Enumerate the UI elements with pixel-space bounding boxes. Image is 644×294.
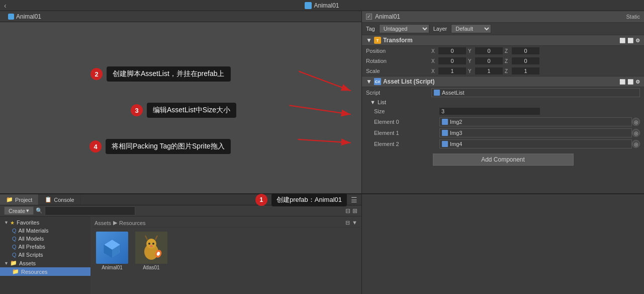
- scale-z-label: Z: [505, 68, 511, 74]
- position-z-input[interactable]: [512, 47, 539, 54]
- create-label: Create: [9, 208, 25, 214]
- position-x-group: X: [431, 47, 466, 54]
- svg-point-13: [152, 243, 154, 245]
- assets-label: Assets: [19, 260, 36, 266]
- position-y-input[interactable]: [475, 47, 503, 54]
- assetlist-expand-icon[interactable]: ▼: [366, 78, 372, 85]
- element1-value: Img3: [450, 130, 462, 136]
- svg-point-12: [148, 243, 150, 245]
- asset-nav-fwd[interactable]: ▼: [352, 219, 357, 226]
- favorites-folder[interactable]: ▼ ★ Favorites: [0, 218, 90, 227]
- create-button[interactable]: Create ▾: [4, 206, 34, 215]
- element0-icon: [442, 119, 448, 125]
- position-y-group: Y: [468, 47, 503, 54]
- assetlist-icon-btn3[interactable]: ⚙: [635, 79, 640, 85]
- sidebar-all-materials[interactable]: Q All Materials: [0, 227, 90, 235]
- add-component-button[interactable]: Add Component: [433, 154, 574, 166]
- element0-select-btn[interactable]: ◎: [632, 118, 640, 126]
- element2-row: Element 2 Img4 ◎: [362, 138, 644, 150]
- character-svg: [136, 233, 166, 263]
- annotation-number-4: 4: [89, 140, 102, 153]
- console-tab-icon: 📋: [45, 196, 52, 203]
- element2-value: Img4: [450, 141, 462, 147]
- breadcrumb-assets[interactable]: Assets: [95, 220, 111, 226]
- search-input[interactable]: [45, 206, 135, 215]
- rotation-x-input[interactable]: [438, 57, 466, 64]
- tab-project[interactable]: 📁 Project: [0, 194, 39, 205]
- rotation-row: Rotation X Y Z: [362, 56, 644, 66]
- transform-icon-btn2[interactable]: ⬜: [627, 38, 633, 43]
- size-input[interactable]: [439, 108, 540, 115]
- hierarchy-prefab-icon: [8, 14, 14, 20]
- svg-line-1: [299, 71, 350, 91]
- breadcrumb-resources[interactable]: Resources: [119, 220, 146, 226]
- all-prefabs-label: All Prefabs: [19, 244, 45, 250]
- asset-nav-icons: ⊟ ▼: [345, 219, 357, 226]
- transform-expand-icon[interactable]: ▼: [366, 37, 372, 44]
- position-x-input[interactable]: [438, 47, 466, 54]
- position-values: X Y Z: [431, 47, 640, 54]
- scale-z-input[interactable]: [512, 67, 539, 75]
- scale-x-input[interactable]: [438, 67, 466, 75]
- search-icon: 🔍: [36, 207, 43, 214]
- active-checkbox[interactable]: ✓: [366, 14, 372, 20]
- scene-view: 2 创建脚本AssetList，并挂在prefab上 3 编辑AssetList…: [0, 22, 361, 193]
- toolbar-icon2[interactable]: ⊞: [352, 207, 357, 214]
- asset-grid: Animal01: [93, 230, 359, 272]
- inspector-panel: ✓ Animal01 Static Tag Untagged Layer Def…: [362, 11, 644, 193]
- breadcrumb-sep: ▶: [113, 219, 117, 226]
- sidebar-all-prefabs[interactable]: Q All Prefabs: [0, 243, 90, 251]
- assetlist-actions: ⬜ ⬜ ⚙: [619, 79, 640, 85]
- asset-nav-back[interactable]: ⊟: [345, 219, 350, 226]
- script-field[interactable]: AssetList: [431, 88, 640, 97]
- asset-label-animal01: Animal01: [102, 265, 123, 270]
- sidebar-all-models[interactable]: Q All Models: [0, 235, 90, 243]
- favorites-label: Favorites: [17, 219, 39, 226]
- element1-icon: [442, 130, 448, 136]
- assetlist-icon-btn2[interactable]: ⬜: [627, 79, 633, 85]
- element2-field[interactable]: Img4: [439, 139, 632, 149]
- bottom-panels: 📁 Project 📋 Console 1 创建prefab：Animal01 …: [0, 193, 644, 294]
- svg-line-11: [155, 236, 157, 240]
- asset-item-atlas01[interactable]: Atlas01: [134, 232, 169, 270]
- prefab-icon: [305, 2, 312, 9]
- annotation-1-container: 1 创建prefab：Animal01 ☰: [255, 193, 361, 206]
- assets-folder[interactable]: ▼ 📁 Assets: [0, 259, 90, 267]
- project-content: ▼ ★ Favorites Q All Materials Q All Mode…: [0, 216, 361, 294]
- transform-icon-btn3[interactable]: ⚙: [635, 38, 640, 43]
- rotation-x-label: X: [431, 58, 437, 64]
- tag-label: Tag: [366, 26, 375, 32]
- sidebar-all-scripts[interactable]: Q All Scripts: [0, 251, 90, 259]
- element1-select-btn[interactable]: ◎: [632, 129, 640, 137]
- left-panel: Animal01 2 创建脚本AssetList，并挂在prefab上 3 编辑…: [0, 11, 362, 193]
- size-label: Size: [374, 108, 439, 114]
- tag-select[interactable]: Untagged: [379, 24, 429, 33]
- element1-field[interactable]: Img3: [439, 128, 632, 137]
- rotation-y-label: Y: [468, 58, 474, 64]
- project-toolbar: Create ▾ 🔍 ⊟ ⊞: [0, 205, 361, 216]
- scale-y-input[interactable]: [475, 67, 503, 75]
- svg-line-10: [145, 236, 147, 240]
- menu-icon[interactable]: ☰: [351, 196, 357, 204]
- layer-select[interactable]: Default: [451, 24, 491, 33]
- sidebar-resources[interactable]: 📁 Resources: [0, 267, 90, 276]
- top-bar: ‹ Animal01: [0, 0, 644, 11]
- project-sidebar: ▼ ★ Favorites Q All Materials Q All Mode…: [0, 216, 90, 294]
- element0-field[interactable]: Img2: [439, 117, 632, 126]
- annotation-text-4: 将相同Packing Tag的图片Sprite拖入: [106, 139, 231, 154]
- transform-icon: T: [374, 37, 381, 44]
- tab-console[interactable]: 📋 Console: [39, 194, 80, 205]
- hierarchy-item-label: Animal01: [16, 13, 41, 20]
- script-value: AssetList: [442, 90, 465, 96]
- toolbar-icon1[interactable]: ⊟: [345, 207, 350, 214]
- rotation-z-input[interactable]: [512, 57, 539, 64]
- rotation-y-input[interactable]: [475, 57, 503, 64]
- favorites-star-icon: ★: [10, 220, 15, 226]
- back-arrow[interactable]: ‹: [4, 2, 7, 10]
- assetlist-icon-btn1[interactable]: ⬜: [619, 79, 625, 85]
- transform-icon-btn1[interactable]: ⬜: [619, 38, 625, 43]
- element2-select-btn[interactable]: ◎: [632, 140, 640, 148]
- hierarchy-item-animal01[interactable]: Animal01: [4, 12, 45, 21]
- asset-item-animal01[interactable]: Animal01: [95, 232, 130, 270]
- list-expand-icon[interactable]: ▼: [370, 99, 376, 105]
